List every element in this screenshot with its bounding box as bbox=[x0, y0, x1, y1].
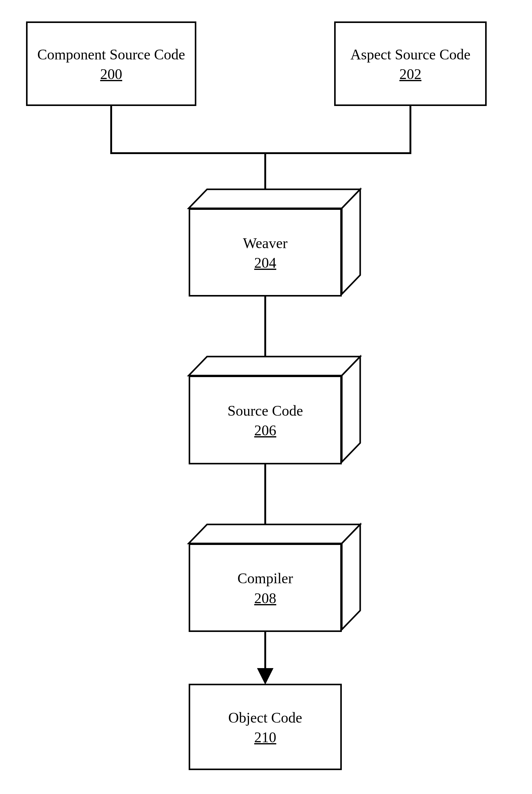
node-id: 206 bbox=[254, 422, 276, 439]
node-label: Object Code bbox=[228, 708, 302, 727]
node-face: Compiler 208 bbox=[189, 544, 342, 632]
node-face: Source Code 206 bbox=[189, 376, 342, 465]
node-label: Compiler bbox=[238, 569, 293, 588]
svg-marker-6 bbox=[189, 357, 360, 376]
node-face: Weaver 204 bbox=[189, 208, 342, 297]
node-object-code: Object Code 210 bbox=[189, 684, 342, 770]
node-compiler: Compiler 208 bbox=[189, 525, 360, 632]
diagram-canvas: Component Source Code 200 Aspect Source … bbox=[0, 0, 532, 794]
svg-marker-8 bbox=[189, 525, 360, 544]
node-label: Source Code bbox=[228, 401, 303, 420]
node-id: 204 bbox=[254, 254, 276, 271]
node-id: 208 bbox=[254, 590, 276, 607]
node-id: 210 bbox=[254, 729, 276, 745]
node-source-code: Source Code 206 bbox=[189, 357, 360, 465]
node-weaver: Weaver 204 bbox=[189, 189, 360, 297]
node-label: Component Source Code bbox=[37, 45, 185, 64]
node-label: Aspect Source Code bbox=[350, 45, 471, 64]
svg-marker-9 bbox=[342, 525, 360, 629]
svg-marker-4 bbox=[189, 189, 360, 208]
svg-marker-7 bbox=[342, 357, 360, 462]
node-component-source-code: Component Source Code 200 bbox=[26, 21, 196, 106]
node-aspect-source-code: Aspect Source Code 202 bbox=[334, 21, 487, 106]
node-label: Weaver bbox=[243, 234, 287, 252]
node-id: 202 bbox=[399, 65, 421, 82]
node-id: 200 bbox=[100, 65, 122, 82]
svg-marker-5 bbox=[342, 189, 360, 294]
